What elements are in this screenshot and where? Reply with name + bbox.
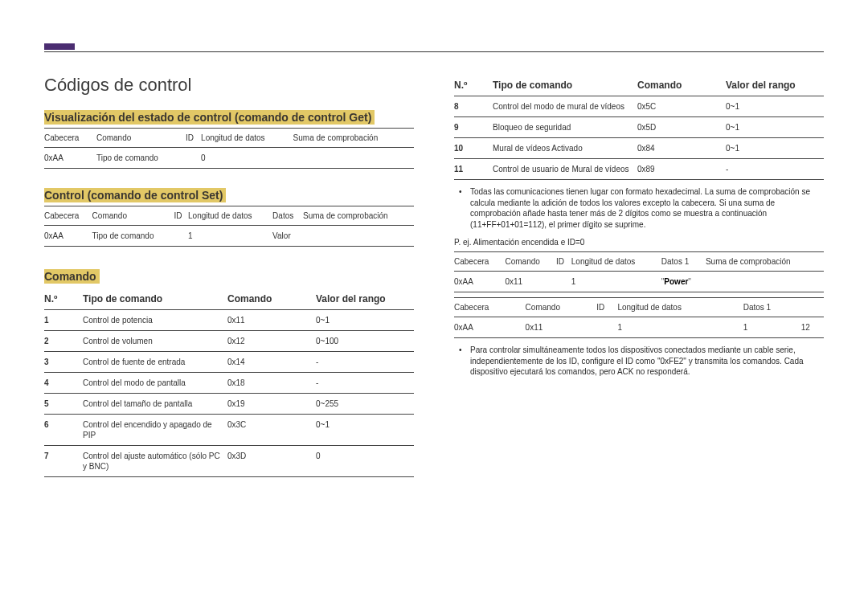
cell: 0~1: [726, 117, 824, 138]
right-column: N.º Tipo de comando Comando Valor del ra…: [454, 75, 824, 482]
comando-table-right: N.º Tipo de comando Comando Valor del ra…: [454, 75, 824, 180]
cell: 0x11: [526, 317, 597, 338]
cell: 0x89: [637, 159, 726, 180]
cell: [596, 317, 617, 338]
cell: 0~1: [726, 96, 824, 117]
table-row: 9Bloqueo de seguridad0x5D0~1: [454, 117, 824, 138]
left-column: Códigos de control Visualización del est…: [44, 75, 414, 482]
cell: 0x84: [637, 138, 726, 159]
cmd-h0r: N.º: [454, 75, 493, 96]
cell: -: [316, 352, 414, 373]
cell: [303, 226, 414, 247]
note-2: Para controlar simultáneamente todos los…: [470, 345, 824, 378]
set-h0: Cabecera: [44, 206, 92, 226]
cell: Control de usuario de Mural de vídeos: [493, 159, 637, 180]
cell: Tipo de comando: [96, 148, 186, 169]
cell: Control de potencia: [83, 310, 227, 331]
get-h0: Cabecera: [44, 129, 96, 148]
table-row: 0xAA 0x11 1 1 12: [454, 317, 824, 338]
cmd-h2: Comando: [227, 288, 316, 310]
cell: Tipo de comando: [92, 226, 174, 247]
cell: 1: [44, 310, 83, 331]
get-h2: ID: [186, 129, 201, 148]
cell: ID: [556, 252, 571, 272]
table-row: 0xAA Tipo de comando 0: [44, 148, 414, 169]
table-row: 1Control de potencia0x110~1: [44, 310, 414, 331]
cell: Control del encendido y apagado de PIP: [83, 415, 227, 446]
cell: Control del modo de pantalla: [83, 373, 227, 394]
example-label: P. ej. Alimentación encendida e ID=0: [454, 238, 824, 247]
cell: Cabecera: [454, 252, 506, 272]
table-row: 8Control del modo de mural de vídeos0x5C…: [454, 96, 824, 117]
example-table-1: Cabecera Comando ID Longitud de datos Da…: [454, 251, 824, 292]
cell: 12: [801, 317, 824, 338]
cell: Datos 1: [661, 252, 706, 272]
table-row: 4Control del modo de pantalla0x18-: [44, 373, 414, 394]
cell: Mural de vídeos Activado: [493, 138, 637, 159]
set-h4: Datos: [272, 206, 303, 226]
cell: 10: [454, 138, 493, 159]
set-table: Cabecera Comando ID Longitud de datos Da…: [44, 206, 414, 247]
table-row: 0xAA 0x11 1 "Power": [454, 272, 824, 292]
cell: Suma de comprobación: [706, 252, 824, 272]
cell: 7: [44, 446, 83, 477]
cmd-h3: Valor del rango: [316, 288, 414, 310]
cell: 0~255: [316, 394, 414, 415]
cell: 11: [454, 159, 493, 180]
table-row: 5Control del tamaño de pantalla0x190~255: [44, 394, 414, 415]
cell: 6: [44, 415, 83, 446]
cell: Valor: [272, 226, 303, 247]
cell: Longitud de datos: [571, 252, 661, 272]
table-row: 0xAA Tipo de comando 1 Valor: [44, 226, 414, 247]
cell: 0~1: [316, 415, 414, 446]
get-h4: Suma de comprobación: [293, 129, 414, 148]
cell: 0: [316, 446, 414, 477]
set-h1: Comando: [92, 206, 174, 226]
cell: Datos 1: [743, 298, 801, 317]
cell: 0xAA: [44, 148, 96, 169]
table-row: 3Control de fuente de entrada0x14-: [44, 352, 414, 373]
set-h3: Longitud de datos: [188, 206, 272, 226]
power-label: Power: [664, 277, 688, 286]
cell: 0xAA: [44, 226, 92, 247]
cell: 1: [188, 226, 272, 247]
cmd-h1r: Tipo de comando: [493, 75, 637, 96]
cell: Control del modo de mural de vídeos: [493, 96, 637, 117]
cell: 0x5C: [637, 96, 726, 117]
cell: 1: [743, 317, 801, 338]
cell: 0x5D: [637, 117, 726, 138]
cell: 0: [201, 148, 293, 169]
comando-table-left: N.º Tipo de comando Comando Valor del ra…: [44, 288, 414, 477]
cell: 8: [454, 96, 493, 117]
cell: [556, 272, 571, 292]
cell: -: [726, 159, 824, 180]
cell: Comando: [526, 298, 597, 317]
cell: 2: [44, 331, 83, 352]
cell: 0xAA: [454, 272, 506, 292]
table-row: 10Mural de vídeos Activado0x840~1: [454, 138, 824, 159]
cell: Control del tamaño de pantalla: [83, 394, 227, 415]
cell: 1: [571, 272, 661, 292]
section-heading-get: Visualización del estado de control (com…: [44, 110, 375, 125]
cell: Cabecera: [454, 298, 526, 317]
cell: 0~100: [316, 331, 414, 352]
cell: [174, 226, 188, 247]
header-accent-bar: [44, 43, 75, 50]
cmd-h2r: Comando: [637, 75, 726, 96]
page-title: Códigos de control: [44, 75, 414, 96]
note-1: Todas las comunicaciones tienen lugar co…: [470, 186, 824, 230]
cell: -: [316, 373, 414, 394]
cell: Longitud de datos: [617, 298, 743, 317]
cmd-h3r: Valor del rango: [726, 75, 824, 96]
cell: 0~1: [726, 138, 824, 159]
get-h3: Longitud de datos: [201, 129, 293, 148]
cell: [186, 148, 201, 169]
cell: 4: [44, 373, 83, 394]
cell: 0x3D: [227, 446, 316, 477]
cell: [706, 272, 824, 292]
table-row: 2Control de volumen0x120~100: [44, 331, 414, 352]
example-table-2: Cabecera Comando ID Longitud de datos Da…: [454, 297, 824, 338]
cell: 1: [617, 317, 743, 338]
section-heading-comando: Comando: [44, 269, 100, 284]
cell: Control del ajuste automático (sólo PC y…: [83, 446, 227, 477]
